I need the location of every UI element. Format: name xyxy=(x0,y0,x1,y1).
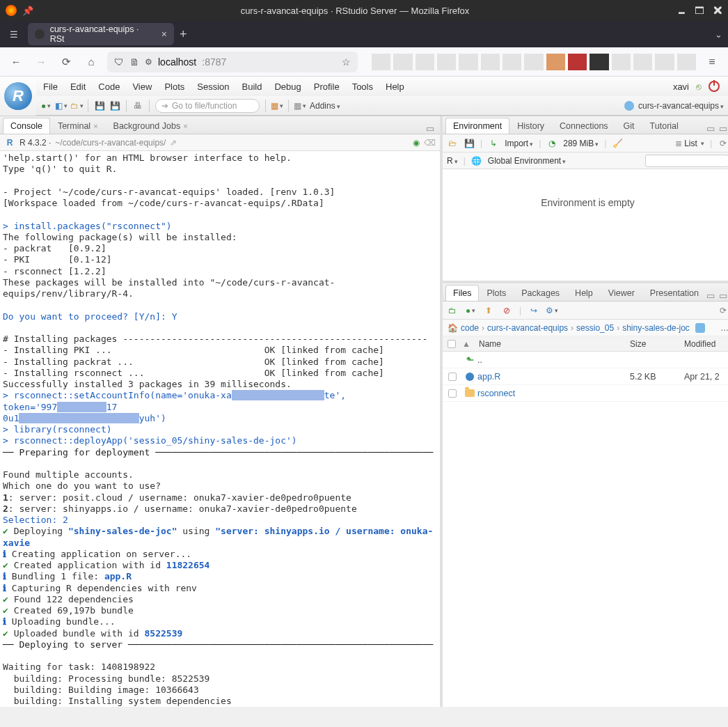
tabs-dropdown-icon[interactable]: ⌄ xyxy=(715,29,722,40)
bookmark-star-icon[interactable]: ☆ xyxy=(342,56,351,68)
pane-maximize-icon[interactable]: ▭ xyxy=(719,123,727,134)
window-minimize-icon[interactable]: 🗕 xyxy=(676,5,686,16)
quit-session-icon[interactable] xyxy=(709,81,720,92)
pin-icon[interactable]: 📌 xyxy=(22,6,33,16)
menu-code[interactable]: Code xyxy=(98,81,120,92)
rename-icon[interactable]: ↪ xyxy=(528,305,539,316)
menu-file[interactable]: File xyxy=(43,81,58,92)
import-dataset-button[interactable]: Import xyxy=(505,139,533,148)
refresh-files-icon[interactable]: ⟳ xyxy=(718,305,728,316)
col-name[interactable]: Name xyxy=(477,339,630,349)
pane-maximize-icon[interactable]: ▭ xyxy=(719,290,727,301)
shield-icon[interactable]: 🛡 xyxy=(114,56,124,68)
permissions-icon[interactable]: ⚙ xyxy=(145,57,152,67)
pane-minimize-icon[interactable]: ▭ xyxy=(706,290,715,301)
upload-icon[interactable]: ⬆ xyxy=(483,305,494,316)
pane-maximize-icon[interactable]: ▭ xyxy=(426,123,434,134)
menu-profile[interactable]: Profile xyxy=(314,81,340,92)
new-tab-button[interactable]: + xyxy=(180,27,187,42)
tab-tutorial[interactable]: Tutorial xyxy=(642,118,686,134)
sort-indicator-icon[interactable]: ▲ xyxy=(462,339,477,349)
refresh-env-icon[interactable]: ⟳ xyxy=(718,138,728,149)
back-button[interactable]: ← xyxy=(7,53,25,71)
tab-help[interactable]: Help xyxy=(567,285,601,301)
file-row[interactable]: app.R 5.2 KB Apr 21, 2 xyxy=(443,368,728,385)
project-name[interactable]: curs-r-avancat-equips xyxy=(638,101,724,111)
crumb[interactable]: sessio_05 xyxy=(576,323,614,333)
vcs-button[interactable]: ▦ xyxy=(271,100,283,111)
crumb[interactable]: shiny-sales-de-joc xyxy=(622,323,690,333)
more-gear-icon[interactable]: ⚙ xyxy=(546,305,557,316)
working-dir[interactable]: ~/code/curs-r-avancat-equips/ xyxy=(55,138,166,148)
tab-files[interactable]: Files xyxy=(445,285,479,301)
menu-debug[interactable]: Debug xyxy=(274,81,301,92)
reload-button[interactable]: ⟳ xyxy=(57,53,75,71)
window-maximize-icon[interactable]: 🗖 xyxy=(695,5,704,16)
menu-view[interactable]: View xyxy=(132,81,152,92)
save-button[interactable]: 💾 xyxy=(94,100,105,111)
menu-help[interactable]: Help xyxy=(386,81,404,92)
home-button[interactable]: ⌂ xyxy=(82,53,100,71)
url-bar[interactable]: 🛡 🗎 ⚙ localhost:8787 ☆ xyxy=(107,52,358,72)
new-project-button[interactable]: ◧ xyxy=(56,100,67,111)
new-file-button[interactable]: ● xyxy=(40,100,52,111)
save-all-button[interactable]: 💾 xyxy=(109,100,120,111)
environment-search-input[interactable] xyxy=(645,155,728,167)
wd-popup-icon[interactable]: ⇗ xyxy=(170,138,177,148)
tab-console[interactable]: Console xyxy=(3,118,50,134)
pane-minimize-icon[interactable]: ▭ xyxy=(706,123,715,134)
clear-console-icon[interactable]: ⌫ xyxy=(424,138,436,148)
load-workspace-icon[interactable]: 🗁 xyxy=(447,138,458,149)
window-close-icon[interactable]: 🗙 xyxy=(713,5,722,16)
crumb[interactable]: curs-r-avancat-equips xyxy=(487,323,568,333)
tab-background-jobs[interactable]: Background Jobs× xyxy=(106,118,196,134)
menu-plots[interactable]: Plots xyxy=(164,81,184,92)
site-info-icon[interactable]: 🗎 xyxy=(129,56,139,68)
tab-terminal[interactable]: Terminal× xyxy=(50,118,106,134)
file-row-up[interactable]: ⬑ .. xyxy=(443,352,728,368)
signout-icon[interactable]: ⎋ xyxy=(696,81,702,92)
menu-edit[interactable]: Edit xyxy=(70,81,86,92)
open-file-button[interactable]: 🗀 xyxy=(71,100,82,111)
view-mode-list[interactable]: ≣List xyxy=(675,139,704,148)
row-checkbox[interactable] xyxy=(448,389,457,398)
row-checkbox[interactable] xyxy=(448,373,457,381)
tab-git[interactable]: Git xyxy=(616,118,642,134)
menu-session[interactable]: Session xyxy=(197,81,229,92)
col-size[interactable]: Size xyxy=(630,339,684,349)
grid-button[interactable]: ▦ xyxy=(294,100,306,111)
tab-viewer[interactable]: Viewer xyxy=(601,285,642,301)
print-button[interactable]: 🖶 xyxy=(132,100,143,111)
addins-button[interactable]: Addins xyxy=(310,101,340,111)
new-file-icon[interactable]: ● xyxy=(465,305,476,316)
tab-environment[interactable]: Environment xyxy=(445,118,509,134)
memory-usage[interactable]: 289 MiB xyxy=(563,139,599,148)
home-folder-icon[interactable]: 🏠 xyxy=(447,322,458,334)
goto-file-input[interactable]: ➔ Go to file/function xyxy=(155,99,260,113)
col-modified[interactable]: Modified xyxy=(684,339,728,349)
tab-history[interactable]: History xyxy=(509,118,552,134)
language-r-dropdown[interactable]: R xyxy=(447,156,458,166)
select-all-checkbox[interactable] xyxy=(448,340,456,348)
menu-tools[interactable]: Tools xyxy=(352,81,373,92)
file-row[interactable]: rsconnect xyxy=(443,385,728,402)
more-crumb-icon[interactable]: … xyxy=(720,323,728,333)
new-folder-icon[interactable]: 🗀 xyxy=(447,305,458,316)
save-workspace-icon[interactable]: 💾 xyxy=(464,138,475,149)
clear-objects-icon[interactable]: 🧹 xyxy=(612,138,623,149)
crumb[interactable]: code xyxy=(461,323,479,333)
browser-tab[interactable]: curs-r-avancat-equips · RSt × xyxy=(28,23,174,45)
tab-packages[interactable]: Packages xyxy=(514,285,567,301)
environment-scope-dropdown[interactable]: Global Environment xyxy=(488,156,566,166)
tab-plots2[interactable]: Plots xyxy=(479,285,514,301)
close-icon[interactable]: × xyxy=(93,122,97,130)
tab-close-icon[interactable]: × xyxy=(161,29,167,40)
tab-connections[interactable]: Connections xyxy=(552,118,616,134)
hamburger-menu-icon[interactable]: ≡ xyxy=(703,53,721,71)
tab-presentation[interactable]: Presentation xyxy=(642,285,706,301)
file-name[interactable]: rsconnect xyxy=(477,389,630,398)
close-icon[interactable]: × xyxy=(183,122,187,130)
delete-icon[interactable]: ⊘ xyxy=(501,305,512,316)
sidebar-toggle-icon[interactable]: ☰ xyxy=(6,26,22,42)
console-output[interactable]: 'help.start()' for an HTML browser inter… xyxy=(0,151,440,707)
